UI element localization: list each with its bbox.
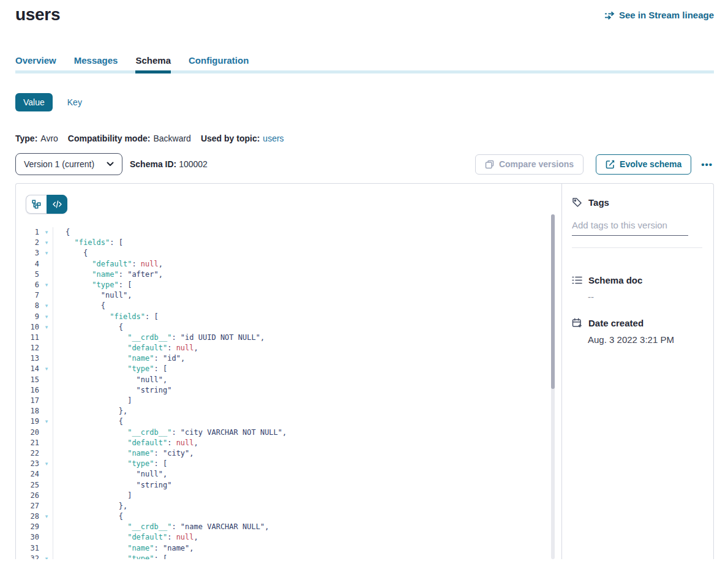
used-by-topic-link[interactable]: users (263, 134, 283, 143)
code-text: "type": [ (53, 280, 132, 290)
tree-view-button[interactable] (26, 195, 47, 214)
code-line: 30 "default": null, (16, 532, 561, 543)
schema-id: Schema ID: 100002 (130, 159, 208, 169)
fold-toggle-icon[interactable]: ▾ (40, 364, 53, 374)
code-line: 31 "name": "name", (16, 543, 561, 554)
fold-toggle-icon[interactable]: ▾ (40, 459, 53, 469)
fold-toggle-icon[interactable]: ▾ (40, 312, 53, 322)
tab-underline-track (15, 70, 714, 73)
stream-lineage-label: See in Stream lineage (619, 10, 714, 20)
line-number: 9 (16, 312, 40, 322)
fold-spacer (40, 448, 53, 459)
code-text: { (53, 227, 70, 238)
fold-spacer (40, 427, 53, 438)
version-select[interactable]: Version 1 (current) (15, 153, 122, 175)
line-number: 7 (16, 290, 40, 301)
editor-view-toggle (26, 195, 67, 214)
code-scrollbar-thumb[interactable] (551, 214, 555, 389)
code-text: "string" (53, 385, 171, 396)
schema-doc-heading: Schema doc (572, 275, 702, 285)
schema-doc-title: Schema doc (588, 275, 642, 285)
calendar-plus-icon (572, 318, 582, 328)
code-text: "name": "after", (53, 269, 163, 280)
compatibility-value: Backward (153, 134, 190, 143)
value-key-toggle: Value Key (15, 93, 714, 111)
line-number: 18 (16, 406, 40, 416)
fold-toggle-icon[interactable]: ▾ (40, 248, 53, 258)
fold-spacer (40, 543, 53, 554)
key-toggle-button[interactable]: Key (67, 93, 82, 111)
add-tags-input[interactable] (572, 220, 688, 236)
code-line: 2▾ "fields": [ (16, 238, 561, 248)
schema-id-value: 100002 (179, 159, 208, 169)
fold-spacer (40, 522, 53, 532)
page-header: users See in Stream lineage (15, 0, 714, 24)
tab-schema[interactable]: Schema (135, 55, 171, 73)
fold-toggle-icon[interactable]: ▾ (40, 416, 53, 427)
code-line: 6▾ "type": [ (16, 280, 561, 290)
version-select-value: Version 1 (current) (24, 159, 94, 169)
line-number: 2 (16, 238, 40, 248)
code-text: { (53, 301, 105, 311)
code-text: "default": null, (53, 259, 163, 269)
compare-icon (485, 160, 494, 169)
fold-spacer (40, 501, 53, 511)
tags-title: Tags (588, 197, 609, 208)
code-line: 21 "default": null, (16, 438, 561, 448)
fold-toggle-icon[interactable]: ▾ (40, 322, 53, 333)
sidebar-divider (572, 247, 702, 248)
code-line: 22 "name": "city", (16, 448, 561, 459)
fold-spacer (40, 491, 53, 501)
code-text: "null", (53, 375, 167, 385)
code-text: "type": [ (53, 554, 167, 559)
schema-page: users See in Stream lineage Overview Mes… (0, 0, 728, 559)
code-text: }, (53, 406, 127, 416)
line-number: 26 (16, 491, 40, 501)
more-options-button[interactable]: ••• (700, 157, 714, 172)
fold-toggle-icon[interactable]: ▾ (40, 511, 53, 522)
code-line: 11 "__crdb__": "id UUID NOT NULL", (16, 333, 561, 343)
code-line: 17 ] (16, 396, 561, 406)
fold-toggle-icon[interactable]: ▾ (40, 227, 53, 238)
compare-versions-button[interactable]: Compare versions (475, 154, 584, 175)
code-text: { (53, 511, 123, 522)
fold-spacer (40, 259, 53, 269)
date-created-title: Date created (588, 318, 644, 328)
stream-lineage-link[interactable]: See in Stream lineage (604, 10, 714, 20)
code-view-button[interactable] (47, 195, 67, 214)
code-text: "default": null, (53, 343, 198, 353)
fold-toggle-icon[interactable]: ▾ (40, 554, 53, 559)
code-text: { (53, 322, 123, 333)
value-toggle-button[interactable]: Value (15, 93, 53, 111)
code-text: "null", (53, 469, 167, 480)
fold-spacer (40, 406, 53, 416)
fold-toggle-icon[interactable]: ▾ (40, 238, 53, 248)
code-line: 23▾ "type": [ (16, 459, 561, 469)
code-line: 12 "default": null, (16, 343, 561, 353)
edit-icon (606, 160, 615, 169)
tree-view-icon (32, 200, 41, 209)
list-icon (572, 276, 582, 285)
line-number: 11 (16, 333, 40, 343)
line-number: 28 (16, 511, 40, 522)
fold-toggle-icon[interactable]: ▾ (40, 280, 53, 290)
line-number: 27 (16, 501, 40, 511)
code-line: 28▾ { (16, 511, 561, 522)
tags-section-heading: Tags (572, 197, 702, 208)
evolve-schema-button[interactable]: Evolve schema (596, 154, 691, 175)
line-number: 22 (16, 448, 40, 459)
line-number: 31 (16, 543, 40, 554)
code-line: 24 "null", (16, 469, 561, 480)
code-scrollbar-track[interactable] (551, 214, 555, 559)
code-view-icon (53, 200, 62, 208)
line-number: 12 (16, 343, 40, 353)
code-text: "name": "name", (53, 543, 194, 554)
schema-doc-value: -- (588, 292, 702, 302)
code-line: 25 "string" (16, 480, 561, 491)
line-number: 14 (16, 364, 40, 374)
fold-spacer (40, 385, 53, 396)
line-number: 8 (16, 301, 40, 311)
line-number: 24 (16, 469, 40, 480)
code-line: 14▾ "type": [ (16, 364, 561, 374)
fold-toggle-icon[interactable]: ▾ (40, 301, 53, 311)
